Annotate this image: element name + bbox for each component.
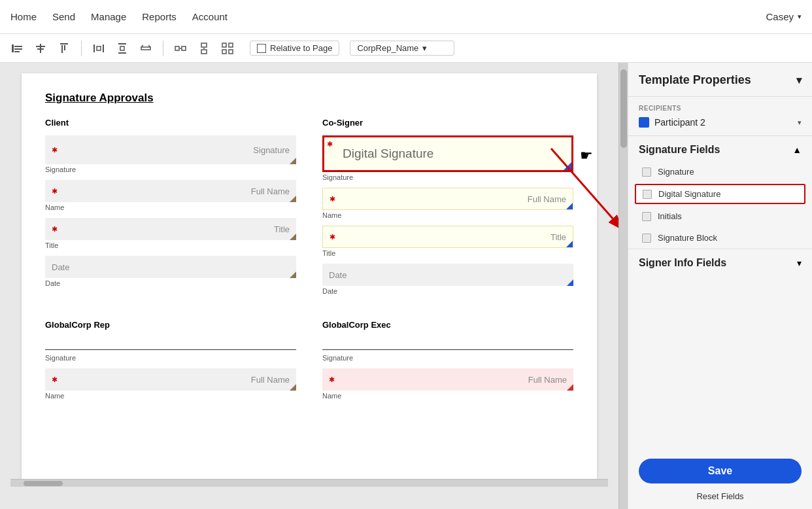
cosigner-sig-label: Signature <box>322 173 573 181</box>
sig-fields-collapse-icon[interactable]: ▲ <box>792 145 802 155</box>
svg-rect-3 <box>14 51 20 52</box>
canvas-area[interactable]: Signature Approvals Client ✱ Signature S… <box>0 63 618 509</box>
cosigner-title-label: Title <box>322 249 573 257</box>
nav-home[interactable]: Home <box>10 9 37 25</box>
field-label-initials: Initials <box>658 211 682 221</box>
resize-icon[interactable] <box>137 39 155 58</box>
checkbox-icon <box>257 44 266 53</box>
align-left-icon[interactable] <box>8 39 26 58</box>
client-title-field[interactable]: ✱ Title <box>45 218 296 240</box>
client-date-label: Date <box>45 279 296 287</box>
horizontal-scrollbar-thumb[interactable] <box>24 481 63 486</box>
exec-sig-label: Signature <box>322 354 573 362</box>
bottom-columns: GlobalCorp Rep Signature ✱ Full Name Nam… <box>45 320 573 406</box>
reset-fields-link[interactable]: Reset Fields <box>639 489 802 504</box>
client-signature-field[interactable]: ✱ Signature <box>45 135 296 164</box>
exec-line <box>322 349 573 350</box>
svg-rect-9 <box>64 45 65 50</box>
client-date-group: Date Date <box>45 256 296 287</box>
client-signature-group: ✱ Signature Signature <box>45 135 296 173</box>
client-name-field[interactable]: ✱ Full Name <box>45 180 296 202</box>
cosigner-digital-signature-field[interactable]: ✱ Digital Signature <box>322 135 573 172</box>
cosigner-name-field[interactable]: ✱ Full Name <box>322 188 573 210</box>
field-name-dropdown[interactable]: CorpRep_Name ▾ <box>350 41 454 56</box>
svg-rect-2 <box>14 48 22 50</box>
svg-rect-0 <box>12 44 14 52</box>
vertical-scrollbar[interactable] <box>618 63 628 509</box>
client-name-label: Name <box>45 203 296 211</box>
top-columns: Client ✱ Signature Signature ✱ <box>45 118 573 302</box>
save-button[interactable]: Save <box>639 459 802 483</box>
relative-to-page-toggle[interactable]: Relative to Page <box>250 41 339 56</box>
nav-send[interactable]: Send <box>52 9 75 25</box>
corner-marker <box>290 234 296 240</box>
cosigner-header: Co-Signer <box>322 118 573 128</box>
cosigner-date-field[interactable]: Date <box>322 264 573 286</box>
field-label-signature: Signature <box>658 167 694 177</box>
corner-marker <box>290 384 296 391</box>
field-item-digital-signature[interactable]: Digital Signature <box>635 184 805 204</box>
required-star: ✱ <box>327 140 333 149</box>
participant-expand-icon[interactable]: ▾ <box>798 118 802 127</box>
signer-info-expand-icon[interactable]: ▾ <box>797 258 802 268</box>
digital-sig-placeholder: Digital Signature <box>343 147 433 161</box>
client-signature-placeholder: Signature <box>253 145 290 155</box>
user-menu[interactable]: Casey ▾ <box>766 11 802 22</box>
exec-name-group: ✱ Full Name Name <box>322 368 573 400</box>
client-date-field[interactable]: Date <box>45 256 296 278</box>
field-item-signature-block[interactable]: Signature Block <box>628 227 812 249</box>
equal-size-icon[interactable] <box>218 39 237 58</box>
corner-marker <box>567 279 573 286</box>
exec-name-placeholder: Full Name <box>528 375 567 385</box>
nav-account[interactable]: Account <box>192 9 228 25</box>
corner-marker <box>566 203 573 209</box>
required-star: ✱ <box>329 376 335 384</box>
dropdown-caret-icon: ▾ <box>422 43 447 53</box>
rep-name-field[interactable]: ✱ Full Name <box>45 368 296 391</box>
main-layout: Signature Approvals Client ✱ Signature S… <box>0 63 812 509</box>
nav-manage[interactable]: Manage <box>91 9 126 25</box>
field-icon-digital-signature <box>643 190 652 199</box>
nav-reports[interactable]: Reports <box>142 9 177 25</box>
align-center-icon[interactable] <box>31 39 50 58</box>
svg-rect-13 <box>118 43 126 44</box>
recipient-row[interactable]: Participant 2 ▾ <box>639 117 802 128</box>
globalcorp-exec-column: GlobalCorp Exec Signature ✱ Full Name Na… <box>322 320 573 406</box>
horizontal-scrollbar[interactable] <box>10 479 608 487</box>
rep-name-label: Name <box>45 392 296 400</box>
svg-rect-8 <box>61 45 63 53</box>
cosigner-name-label: Name <box>322 211 573 219</box>
corner-marker <box>290 158 296 164</box>
svg-rect-11 <box>103 44 104 52</box>
svg-rect-1 <box>14 46 22 47</box>
equal-height-icon[interactable] <box>195 39 213 58</box>
panel-footer: Save Reset Fields <box>628 451 812 509</box>
field-item-signature[interactable]: Signature <box>628 161 812 183</box>
svg-rect-27 <box>222 50 226 54</box>
vertical-scrollbar-thumb[interactable] <box>620 69 627 148</box>
svg-rect-23 <box>201 50 207 54</box>
client-column: Client ✱ Signature Signature ✱ <box>45 118 296 302</box>
spacer <box>45 302 573 320</box>
cosigner-date-placeholder: Date <box>329 270 347 280</box>
participant-name: Participant 2 <box>654 117 792 128</box>
cosigner-date-label: Date <box>322 287 573 295</box>
align-top-icon[interactable] <box>55 39 73 58</box>
field-label-signature-block: Signature Block <box>658 233 717 243</box>
svg-rect-5 <box>36 46 45 47</box>
equal-width-icon[interactable] <box>171 39 190 58</box>
client-title-label: Title <box>45 241 296 249</box>
svg-rect-25 <box>222 43 226 47</box>
cosigner-column: Co-Signer ✱ Digital Signature Signature … <box>322 118 573 302</box>
field-item-initials[interactable]: Initials <box>628 205 812 227</box>
rep-sig-group: Signature <box>45 354 296 362</box>
svg-rect-15 <box>120 46 124 50</box>
toolbar-separator-2 <box>163 41 163 56</box>
cosigner-name-placeholder: Full Name <box>528 194 566 204</box>
cosigner-title-field[interactable]: ✱ Title <box>322 226 573 248</box>
panel-collapse-icon[interactable]: ▾ <box>796 74 802 86</box>
distribute-v-icon[interactable] <box>113 39 131 58</box>
distribute-h-icon[interactable] <box>90 39 108 58</box>
panel-title: Template Properties <box>639 73 751 87</box>
exec-name-field[interactable]: ✱ Full Name <box>322 368 573 391</box>
